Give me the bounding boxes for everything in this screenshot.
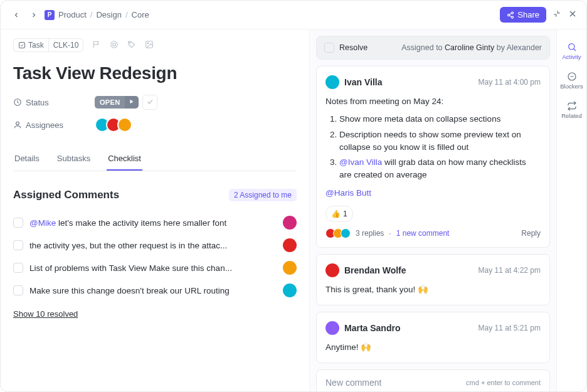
svg-rect-7 — [19, 43, 25, 48]
resolve-bar: Resolve Assigned to Caroline Ginty by Al… — [316, 36, 550, 60]
tag-icon[interactable] — [127, 40, 136, 51]
assigned-comment-row[interactable]: the activity yes, but the other request … — [13, 234, 297, 257]
status-complete-button[interactable] — [142, 95, 157, 110]
image-icon[interactable] — [145, 40, 154, 51]
comment-time: May 11 at 4:22 pm — [479, 266, 541, 275]
comment-author: Ivan Villa — [344, 77, 382, 87]
comment-time: May 11 at 5:21 pm — [479, 324, 541, 332]
checkbox[interactable] — [13, 240, 23, 250]
svg-point-15 — [16, 122, 19, 125]
header-bar: P Product / Design / Core Share — [1, 1, 586, 29]
reaction-button[interactable]: 👍 1 — [325, 206, 353, 222]
share-button[interactable]: Share — [500, 7, 546, 23]
checkbox[interactable] — [13, 263, 23, 273]
crumb-design[interactable]: Design — [96, 10, 121, 19]
svg-point-12 — [147, 43, 149, 44]
task-type-chip[interactable]: Task — [13, 38, 48, 52]
comment-card: Ivan Villa May 11 at 4:00 pm Notes from … — [316, 66, 550, 248]
side-rail: Activity Blockers Related — [556, 29, 586, 391]
tab-checklist[interactable]: Checklist — [107, 147, 142, 171]
status-row: Status OPEN — [13, 95, 297, 110]
comment-author: Brendan Wolfe — [344, 265, 406, 275]
svg-point-9 — [113, 43, 116, 46]
left-pane: Task CLK-10 Task View Redesign Status — [1, 29, 309, 391]
crumb-product[interactable]: Product — [58, 10, 87, 19]
project-chip[interactable]: P — [45, 10, 55, 20]
comment-text: the activity yes, but the other request … — [29, 241, 277, 250]
svg-point-2 — [512, 16, 514, 18]
assigned-section-head: Assigned Comments 2 Assigned to me — [13, 189, 297, 201]
avatar[interactable] — [283, 238, 297, 252]
assignee-avatars[interactable] — [95, 117, 132, 132]
avatar — [325, 263, 339, 277]
assigned-title: Assigned Comments — [13, 189, 119, 201]
activity-pane: Resolve Assigned to Caroline Ginty by Al… — [309, 29, 556, 391]
flag-icon[interactable] — [92, 40, 101, 51]
resolve-assignee: Assigned to Caroline Ginty by Alexander — [401, 43, 542, 52]
reply-button[interactable]: Reply — [521, 229, 541, 238]
assigned-list: @Mike let's make the activity items here… — [13, 211, 297, 302]
svg-point-8 — [111, 41, 118, 48]
task-id-chip[interactable]: CLK-10 — [48, 38, 84, 52]
rail-blockers[interactable]: Blockers — [557, 66, 586, 95]
svg-line-17 — [573, 49, 575, 51]
rail-related[interactable]: Related — [557, 96, 586, 124]
svg-point-10 — [130, 42, 131, 43]
avatar — [325, 321, 339, 335]
comment-body: This is great, thank you! 🙌 — [325, 283, 541, 296]
header-right: Share — [500, 7, 578, 23]
svg-point-0 — [512, 12, 514, 14]
avatar — [325, 75, 339, 89]
comment-card: Marta Sandro May 11 at 5:21 pm Anytime! … — [316, 312, 550, 363]
resolve-checkbox[interactable] — [324, 43, 334, 53]
back-button[interactable] — [9, 8, 23, 22]
comment-body: Anytime! 🙌 — [325, 341, 541, 354]
sprint-icon[interactable] — [110, 40, 119, 51]
status-pill[interactable]: OPEN — [95, 96, 125, 109]
avatar[interactable] — [283, 261, 297, 275]
header-left: P Product / Design / Core — [9, 8, 149, 22]
tabs: Details Subtasks Checklist — [13, 147, 297, 171]
assigned-badge[interactable]: 2 Assigned to me — [229, 189, 297, 201]
assigned-comment-row[interactable]: @Mike let's make the activity items here… — [13, 211, 297, 234]
assigned-comment-row[interactable]: List of problems with Task View Make sur… — [13, 257, 297, 279]
checkbox[interactable] — [13, 285, 23, 295]
task-toolbar: Task CLK-10 — [13, 38, 297, 52]
resolve-label: Resolve — [339, 43, 368, 52]
svg-point-1 — [508, 14, 510, 16]
checkbox[interactable] — [13, 218, 23, 228]
svg-point-16 — [568, 44, 574, 50]
status-next-button[interactable] — [125, 96, 139, 109]
comment-body: Notes from meeting on May 24: Show more … — [325, 95, 541, 222]
comment-author: Marta Sandro — [344, 323, 400, 333]
comment-composer[interactable]: New comment cmd + enter to comment — [316, 369, 550, 391]
reply-avatars — [325, 228, 351, 238]
replies-count[interactable]: 3 replies — [356, 229, 384, 238]
close-icon[interactable] — [568, 9, 578, 21]
show-resolved-link[interactable]: Show 10 resolved — [13, 309, 297, 319]
composer-hint: cmd + enter to comment — [466, 379, 541, 386]
svg-marker-14 — [130, 100, 134, 104]
assigned-comment-row[interactable]: Make sure this change doesn't break our … — [13, 279, 297, 302]
collapse-icon[interactable] — [553, 9, 561, 20]
avatar[interactable] — [117, 117, 132, 132]
comment-time: May 11 at 4:00 pm — [479, 78, 541, 87]
tab-details[interactable]: Details — [13, 147, 41, 171]
avatar[interactable] — [283, 216, 297, 230]
crumb-core[interactable]: Core — [132, 10, 149, 19]
assignees-label: Assignees — [13, 120, 88, 130]
comment-text: List of problems with Task View Make sur… — [29, 263, 277, 273]
new-comment-link[interactable]: 1 new comment — [396, 229, 450, 238]
composer-placeholder: New comment — [325, 378, 381, 388]
comment-card: Brendan Wolfe May 11 at 4:22 pm This is … — [316, 254, 550, 305]
forward-button[interactable] — [27, 8, 41, 22]
svg-line-3 — [510, 15, 512, 16]
breadcrumb: P Product / Design / Core — [45, 10, 149, 20]
rail-activity[interactable]: Activity — [557, 37, 586, 65]
avatar[interactable] — [283, 283, 297, 297]
mention-link[interactable]: @Haris Butt — [325, 187, 541, 199]
comment-text: @Mike let's make the activity items here… — [29, 218, 277, 228]
comment-text: Make sure this change doesn't break our … — [29, 286, 277, 295]
tab-subtasks[interactable]: Subtasks — [56, 147, 92, 171]
status-label: Status — [13, 98, 88, 107]
